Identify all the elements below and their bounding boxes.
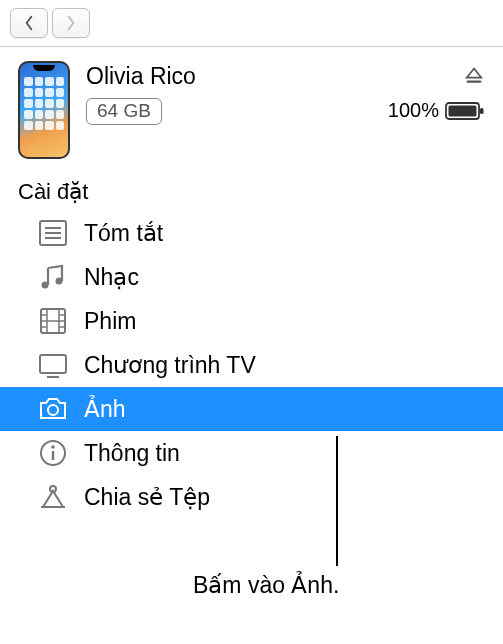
sidebar-item-label: Ảnh xyxy=(84,396,126,423)
apps-icon xyxy=(36,480,70,514)
callout-line xyxy=(336,436,338,566)
eject-icon xyxy=(463,63,485,85)
camera-icon xyxy=(36,392,70,426)
chevron-right-icon xyxy=(65,15,77,31)
svg-point-22 xyxy=(51,445,55,449)
svg-rect-2 xyxy=(449,105,477,116)
eject-button[interactable] xyxy=(463,63,485,89)
battery-icon xyxy=(445,101,485,121)
device-thumbnail xyxy=(18,61,70,159)
sidebar-item-label: Phim xyxy=(84,308,136,335)
chevron-left-icon xyxy=(23,15,35,31)
info-icon xyxy=(36,436,70,470)
sidebar-item-label: Thông tin xyxy=(84,440,180,467)
toolbar xyxy=(0,0,503,47)
sidebar-item-info[interactable]: Thông tin xyxy=(0,431,503,475)
settings-list: Tóm tắt Nhạc Phim Chương trình TV Ảnh Th… xyxy=(0,211,503,519)
svg-rect-18 xyxy=(40,355,66,373)
sidebar-item-tv[interactable]: Chương trình TV xyxy=(0,343,503,387)
sidebar-item-label: Nhạc xyxy=(84,264,139,291)
summary-icon xyxy=(36,216,70,250)
film-icon xyxy=(36,304,70,338)
battery-percent: 100% xyxy=(388,99,439,122)
storage-badge: 64 GB xyxy=(86,98,162,125)
sidebar-item-photos[interactable]: Ảnh xyxy=(0,387,503,431)
svg-rect-3 xyxy=(480,108,484,114)
music-icon xyxy=(36,260,70,294)
device-name: Olivia Rico xyxy=(86,63,388,90)
svg-point-9 xyxy=(56,278,63,285)
back-button[interactable] xyxy=(10,8,48,38)
sidebar-item-label: Chia sẻ Tệp xyxy=(84,484,210,511)
sidebar-item-movies[interactable]: Phim xyxy=(0,299,503,343)
callout-text: Bấm vào Ảnh. xyxy=(193,572,339,599)
battery-status: 100% xyxy=(388,99,485,122)
sidebar-item-fileshare[interactable]: Chia sẻ Tệp xyxy=(0,475,503,519)
forward-button[interactable] xyxy=(52,8,90,38)
svg-point-20 xyxy=(48,405,58,415)
sidebar-item-summary[interactable]: Tóm tắt xyxy=(0,211,503,255)
section-header: Cài đặt xyxy=(0,163,503,211)
svg-rect-0 xyxy=(467,80,482,82)
svg-point-8 xyxy=(42,282,49,289)
device-header: Olivia Rico 64 GB 100% xyxy=(0,47,503,163)
sidebar-item-label: Chương trình TV xyxy=(84,352,256,379)
sidebar-item-music[interactable]: Nhạc xyxy=(0,255,503,299)
tv-icon xyxy=(36,348,70,382)
sidebar-item-label: Tóm tắt xyxy=(84,220,163,247)
